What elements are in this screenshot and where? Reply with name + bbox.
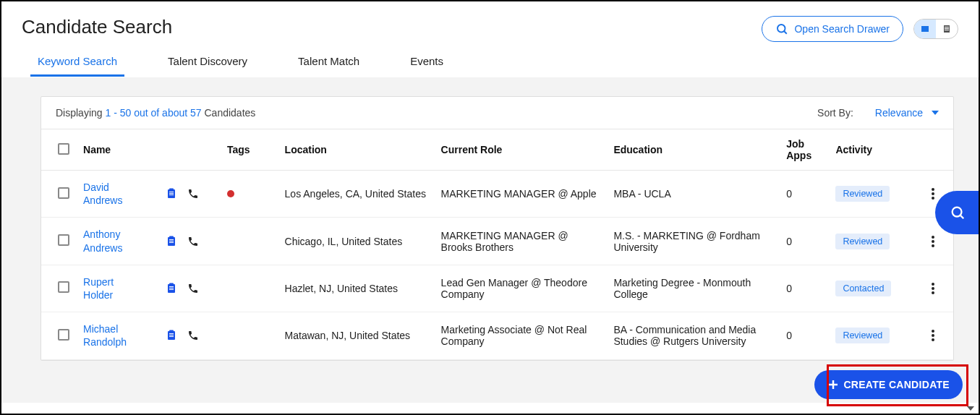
- location-cell: Los Angeles, CA, United States: [279, 171, 435, 218]
- phone-icon[interactable]: [187, 188, 199, 200]
- svg-rect-18: [169, 283, 174, 285]
- location-cell: Matawan, NJ, United States: [279, 312, 435, 359]
- plus-icon: [827, 379, 839, 390]
- scroll-down-icon: [967, 406, 974, 411]
- svg-rect-25: [169, 335, 174, 335]
- svg-rect-19: [169, 286, 174, 287]
- location-cell: Hazlet, NJ, United States: [279, 265, 435, 312]
- clipboard-icon[interactable]: [166, 283, 177, 294]
- col-name[interactable]: Name: [77, 129, 160, 171]
- row-menu-button[interactable]: [926, 278, 947, 299]
- col-location[interactable]: Location: [279, 129, 435, 171]
- sort-label: Sort By:: [817, 107, 853, 119]
- sort-dropdown[interactable]: Relevance: [875, 107, 939, 119]
- activity-badge: Reviewed: [835, 234, 890, 249]
- row-checkbox[interactable]: [58, 329, 69, 341]
- table-row: David Andrews Los Angeles, CA, United St…: [41, 171, 953, 218]
- apps-cell: 0: [780, 171, 830, 218]
- tab-events[interactable]: Events: [403, 55, 451, 77]
- svg-rect-23: [169, 330, 174, 333]
- svg-line-1: [784, 31, 787, 34]
- svg-rect-8: [169, 189, 174, 191]
- apps-cell: 0: [780, 265, 830, 312]
- col-education[interactable]: Education: [608, 129, 780, 171]
- view-toggle[interactable]: [913, 19, 958, 39]
- col-tags[interactable]: Tags: [221, 129, 279, 171]
- search-icon: [950, 205, 966, 221]
- education-cell: M.S. - MARKETING @ Fordham University: [608, 218, 780, 265]
- card-view-icon: [921, 25, 929, 33]
- role-cell: MARKETING MANAGER @ Brooks Brothers: [435, 218, 608, 265]
- svg-rect-2: [921, 26, 929, 32]
- svg-rect-6: [945, 30, 949, 30]
- phone-icon[interactable]: [187, 330, 199, 341]
- candidate-name-link[interactable]: Michael Randolph: [83, 322, 141, 348]
- apps-cell: 0: [780, 218, 830, 265]
- row-checkbox[interactable]: [58, 187, 69, 199]
- candidate-name-link[interactable]: Anthony Andrews: [83, 228, 141, 254]
- row-checkbox[interactable]: [58, 281, 69, 293]
- view-card-button[interactable]: [914, 19, 936, 39]
- apps-cell: 0: [780, 312, 830, 359]
- svg-rect-16: [169, 242, 174, 243]
- svg-rect-13: [169, 236, 174, 238]
- role-cell: Marketing Associate @ Not Real Company: [435, 312, 608, 359]
- svg-rect-26: [169, 336, 174, 337]
- svg-line-28: [960, 215, 964, 219]
- svg-rect-20: [169, 288, 174, 288]
- col-activity[interactable]: Activity: [830, 129, 920, 171]
- view-list-button[interactable]: [936, 19, 958, 39]
- svg-rect-11: [169, 194, 174, 195]
- phone-icon[interactable]: [187, 283, 199, 294]
- tag-dot[interactable]: [227, 190, 234, 197]
- activity-badge: Contacted: [835, 281, 891, 296]
- row-menu-button[interactable]: [926, 231, 947, 252]
- candidate-name-link[interactable]: David Andrews: [83, 181, 141, 207]
- tab-keyword-search[interactable]: Keyword Search: [30, 55, 124, 77]
- results-count: Displaying 1 - 50 out of about 57 Candid…: [56, 107, 255, 119]
- phone-icon[interactable]: [187, 236, 199, 247]
- tab-talent-discovery[interactable]: Talent Discovery: [161, 55, 255, 77]
- page-title: Candidate Search: [22, 16, 172, 38]
- education-cell: Marketing Degree - Monmouth College: [608, 265, 780, 312]
- svg-rect-14: [169, 239, 174, 240]
- results-range: 1 - 50 out of about 57: [105, 107, 201, 119]
- svg-rect-10: [169, 193, 174, 194]
- chevron-down-icon: [932, 111, 939, 115]
- open-search-drawer-button[interactable]: Open Search Drawer: [762, 16, 903, 42]
- candidate-name-link[interactable]: Rupert Holder: [83, 275, 141, 301]
- clipboard-icon[interactable]: [166, 188, 177, 200]
- candidates-table: Name Tags Location Current Role Educatio…: [41, 129, 953, 360]
- activity-badge: Reviewed: [835, 186, 890, 202]
- svg-rect-5: [945, 28, 949, 29]
- create-candidate-button[interactable]: CREATE CANDIDATE: [814, 370, 963, 399]
- tab-bar: Keyword Search Talent Discovery Talent M…: [1, 42, 979, 77]
- svg-rect-21: [169, 289, 174, 290]
- floating-search-button[interactable]: [935, 191, 980, 234]
- open-search-drawer-label: Open Search Drawer: [794, 23, 890, 35]
- svg-rect-9: [169, 192, 174, 192]
- row-checkbox[interactable]: [58, 234, 69, 246]
- col-job-apps[interactable]: Job Apps: [780, 129, 830, 171]
- role-cell: MARKETING MANAGER @ Apple: [435, 171, 608, 218]
- svg-point-0: [777, 25, 785, 33]
- education-cell: BA - Communication and Media Studies @ R…: [608, 312, 780, 359]
- search-icon: [775, 22, 788, 35]
- select-all-checkbox[interactable]: [58, 143, 69, 155]
- results-panel: Displaying 1 - 50 out of about 57 Candid…: [41, 96, 954, 361]
- table-row: Anthony Andrews Chicago, IL, United Stat…: [41, 218, 953, 265]
- col-current-role[interactable]: Current Role: [435, 129, 608, 171]
- svg-rect-4: [945, 27, 949, 27]
- sort-value: Relevance: [875, 107, 923, 119]
- table-row: Michael Randolph Matawan, NJ, United Sta…: [41, 312, 953, 359]
- svg-point-27: [953, 208, 962, 217]
- table-row: Rupert Holder Hazlet, NJ, United States …: [41, 265, 953, 312]
- location-cell: Chicago, IL, United States: [279, 218, 435, 265]
- activity-badge: Reviewed: [835, 328, 890, 343]
- role-cell: Lead Gen Manager @ Theodore Company: [435, 265, 608, 312]
- row-menu-button[interactable]: [926, 325, 947, 346]
- clipboard-icon[interactable]: [166, 330, 177, 341]
- svg-rect-15: [169, 241, 174, 241]
- tab-talent-match[interactable]: Talent Match: [291, 55, 367, 77]
- clipboard-icon[interactable]: [166, 236, 177, 247]
